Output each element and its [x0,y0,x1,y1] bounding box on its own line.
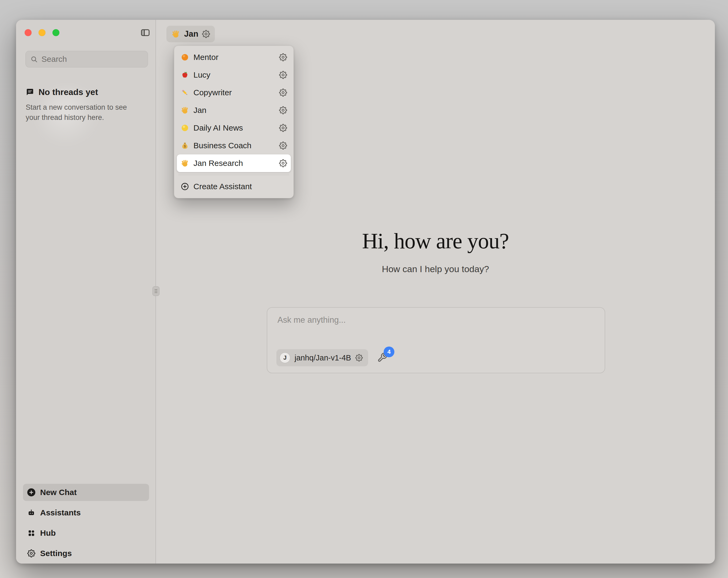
search-icon [30,55,38,63]
assistant-settings-gear-icon[interactable] [202,30,210,38]
empty-state-title: No threads yet [38,87,98,97]
assistant-settings-icon[interactable] [279,124,287,132]
sidebar: No threads yet Start a new conversation … [16,20,156,563]
money-bag-icon [181,141,189,150]
sidebar-item-hub[interactable]: Hub [23,525,149,542]
assistant-settings-icon[interactable] [279,71,287,79]
pencil-icon [181,88,189,97]
empty-threads-state: No threads yet Start a new conversation … [26,86,141,123]
chat-bubble-icon [26,88,34,96]
sidebar-item-settings[interactable]: Settings [23,545,149,562]
plus-circle-icon [27,488,35,496]
menu-item-label: Jan [193,106,275,115]
sidebar-item-label: New Chat [40,488,77,497]
assistant-menu-item-lucy[interactable]: Lucy [177,66,291,84]
assistant-settings-icon[interactable] [279,106,287,114]
assistant-selector[interactable]: Jan [166,26,215,42]
hub-grid-icon [27,529,35,537]
composer-toolbar: J janhq/Jan-v1-4B 4 [277,349,388,366]
sidebar-resize-handle[interactable] [153,286,159,296]
current-assistant-name: Jan [184,29,198,39]
menu-item-label: Mentor [193,53,275,62]
sidebar-nav: New Chat Assistants Hub Settings [23,484,149,565]
app-window: No threads yet Start a new conversation … [16,20,715,563]
orange-circle-icon [181,53,189,61]
assistant-menu-item-daily-ai-news[interactable]: Daily AI News [177,119,291,137]
model-settings-gear-icon[interactable] [355,354,363,361]
empty-state-description: Start a new conversation to see your thr… [26,102,141,123]
menu-item-label: Lucy [193,70,275,79]
menu-divider [179,175,289,175]
wave-icon [181,159,189,168]
zoom-button[interactable] [52,29,59,36]
main-area: Jan Mentor Lucy Copywriter [156,20,715,563]
search-input[interactable] [42,55,145,64]
sidebar-item-label: Hub [40,528,56,537]
settings-gear-icon [27,549,35,557]
assistant-menu-item-business-coach[interactable]: Business Coach [177,137,291,154]
assistant-settings-icon[interactable] [279,159,287,167]
menu-item-label: Copywriter [193,88,275,97]
assistant-settings-icon[interactable] [279,89,287,97]
wave-icon [181,106,189,115]
menu-item-label: Create Assistant [193,182,287,191]
sidebar-item-assistants[interactable]: Assistants [23,504,149,521]
plus-circle-icon [181,182,189,191]
model-selector[interactable]: J janhq/Jan-v1-4B [277,349,368,366]
tools-button[interactable]: 4 [377,352,388,363]
assistant-settings-icon[interactable] [279,142,287,150]
minimize-button[interactable] [38,29,46,36]
assistant-menu-item-jan-research[interactable]: Jan Research [177,154,291,172]
create-assistant-button[interactable]: Create Assistant [177,178,291,195]
sidebar-item-new-chat[interactable]: New Chat [23,484,149,501]
panel-icon [140,28,150,38]
assistant-menu-item-mentor[interactable]: Mentor [177,48,291,66]
sidebar-toggle-button[interactable] [140,28,150,38]
sidebar-item-label: Settings [40,549,72,558]
menu-item-label: Jan Research [193,159,275,168]
composer-input[interactable] [278,315,595,345]
sidebar-item-label: Assistants [40,508,81,517]
close-button[interactable] [25,29,31,36]
model-avatar: J [280,352,290,363]
menu-item-label: Business Coach [193,141,275,150]
apple-icon [181,71,189,79]
wave-icon [171,29,180,39]
composer: J janhq/Jan-v1-4B 4 [267,307,605,373]
window-controls [25,29,59,36]
tools-count-badge: 4 [384,347,394,357]
greeting-title: Hi, how are you? [156,228,715,254]
desktop-background: No threads yet Start a new conversation … [0,0,728,578]
greeting: Hi, how are you? How can I help you toda… [156,228,715,274]
menu-item-label: Daily AI News [193,123,275,132]
assistant-menu-item-jan[interactable]: Jan [177,101,291,119]
assistant-settings-icon[interactable] [279,53,287,61]
model-name: janhq/Jan-v1-4B [294,353,351,362]
yellow-circle-icon [181,124,189,132]
search-field[interactable] [25,51,148,68]
greeting-subtitle: How can I help you today? [156,264,715,274]
assistant-menu: Mentor Lucy Copywriter Jan [174,46,294,198]
assistant-menu-item-copywriter[interactable]: Copywriter [177,84,291,101]
assistants-robot-icon [27,509,35,517]
